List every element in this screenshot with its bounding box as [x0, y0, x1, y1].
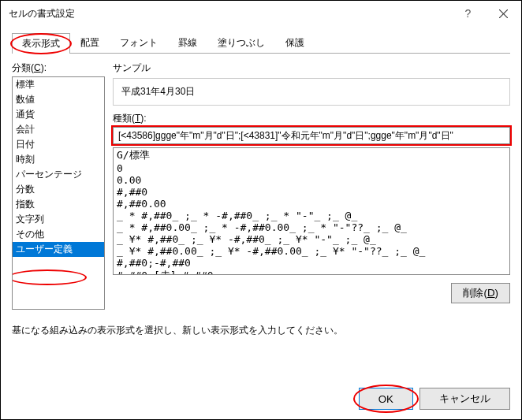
sample-label: サンプル: [113, 61, 510, 75]
category-item[interactable]: 時刻: [13, 152, 104, 167]
tab-塗りつぶし[interactable]: 塗りつぶし: [207, 32, 275, 53]
category-item[interactable]: 数値: [13, 92, 104, 107]
upper-area: 分類(C): 標準数値通貨会計日付時刻パーセンテージ分数指数文字列その他ユーザー…: [12, 61, 510, 310]
tab-罫線[interactable]: 罫線: [168, 32, 207, 53]
tab-配置[interactable]: 配置: [70, 32, 110, 53]
format-item[interactable]: #,##0;[赤]-#,##0: [114, 269, 509, 275]
category-item[interactable]: 標準: [13, 77, 104, 92]
category-item[interactable]: 通貨: [13, 107, 104, 122]
cancel-button[interactable]: キャンセル: [419, 388, 510, 410]
help-button[interactable]: ?: [450, 2, 486, 25]
category-item[interactable]: 指数: [13, 197, 104, 212]
tab-保護[interactable]: 保護: [275, 32, 315, 53]
format-item[interactable]: #,##0.00: [114, 198, 509, 210]
category-item[interactable]: パーセンテージ: [13, 167, 104, 182]
category-item[interactable]: 分数: [13, 182, 104, 197]
type-input-wrap: [113, 127, 510, 144]
category-item[interactable]: 日付: [13, 137, 104, 152]
dialog-title: セルの書式設定: [9, 7, 450, 20]
right-column: サンプル 平成31年4月30日 種類(T): G/標準00.00#,##0#,#…: [113, 61, 510, 310]
type-input[interactable]: [113, 127, 510, 144]
format-item[interactable]: _ * #,##0.00_ ;_ * -#,##0.00_ ;_ * "-"??…: [114, 221, 509, 233]
format-item[interactable]: #,##0;-#,##0: [114, 257, 509, 269]
format-item[interactable]: 0: [114, 162, 509, 174]
highlight-annotation: [10, 33, 72, 54]
format-item[interactable]: _ ¥* #,##0.00_ ;_ ¥* -#,##0.00_ ;_ ¥* "-…: [114, 245, 509, 257]
category-item[interactable]: 文字列: [13, 212, 104, 227]
close-button[interactable]: [486, 2, 521, 25]
category-item[interactable]: 会計: [13, 122, 104, 137]
category-label: 分類(C):: [12, 61, 105, 75]
note-text: 基になる組み込みの表示形式を選択し、新しい表示形式を入力してください。: [12, 324, 510, 337]
type-label: 種類(T):: [113, 112, 510, 125]
format-item[interactable]: G/標準: [114, 148, 509, 162]
format-cells-dialog: セルの書式設定 ? 表示形式配置フォント罫線塗りつぶし保護 分類(C): 標準数…: [0, 0, 522, 420]
titlebar: セルの書式設定 ?: [1, 1, 521, 26]
footer-buttons: OK キャンセル: [12, 380, 510, 410]
sample-box: 平成31年4月30日: [113, 78, 510, 106]
format-item[interactable]: _ * #,##0_ ;_ * -#,##0_ ;_ * "-"_ ;_ @_: [114, 210, 509, 221]
format-item[interactable]: #,##0: [114, 186, 509, 198]
category-item[interactable]: ユーザー定義: [13, 242, 104, 257]
ok-button[interactable]: OK: [359, 388, 413, 410]
category-listbox[interactable]: 標準数値通貨会計日付時刻パーセンテージ分数指数文字列その他ユーザー定義: [12, 76, 105, 310]
format-item[interactable]: 0.00: [114, 174, 509, 186]
highlight-annotation: [12, 269, 87, 285]
dialog-content: 表示形式配置フォント罫線塗りつぶし保護 分類(C): 標準数値通貨会計日付時刻パ…: [1, 26, 521, 419]
delete-button[interactable]: 削除(D): [451, 283, 510, 303]
close-icon: [499, 9, 508, 18]
category-item[interactable]: その他: [13, 227, 104, 242]
tab-表示形式[interactable]: 表示形式: [12, 33, 70, 54]
tab-strip: 表示形式配置フォント罫線塗りつぶし保護: [12, 32, 510, 54]
tab-body: 分類(C): 標準数値通貨会計日付時刻パーセンテージ分数指数文字列その他ユーザー…: [12, 54, 510, 410]
sample-value: 平成31年4月30日: [121, 86, 195, 97]
tab-フォント[interactable]: フォント: [110, 32, 168, 53]
category-column: 分類(C): 標準数値通貨会計日付時刻パーセンテージ分数指数文字列その他ユーザー…: [12, 61, 105, 310]
delete-row: 削除(D): [113, 283, 510, 303]
format-item[interactable]: _ ¥* #,##0_ ;_ ¥* -#,##0_ ;_ ¥* "-"_ ;_ …: [114, 233, 509, 245]
format-listbox[interactable]: G/標準00.00#,##0#,##0.00_ * #,##0_ ;_ * -#…: [113, 147, 510, 275]
